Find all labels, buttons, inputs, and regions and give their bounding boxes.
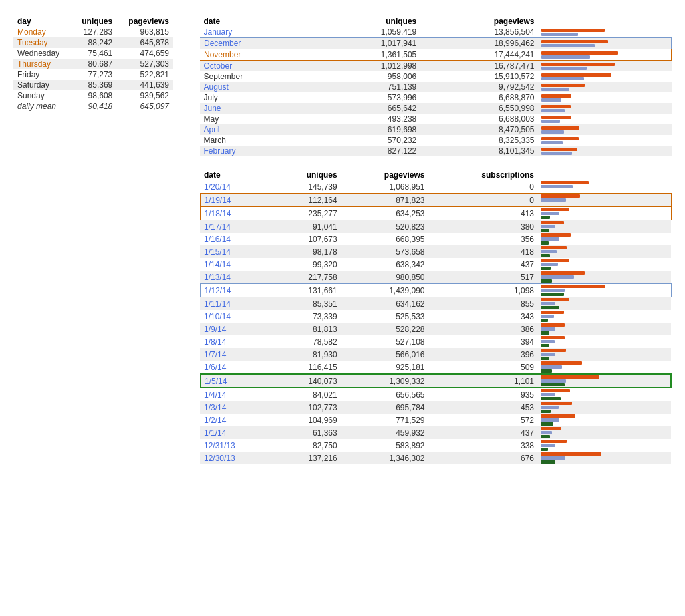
day-date[interactable]: 1/9/14	[200, 323, 271, 335]
day-subs: 338	[429, 439, 538, 452]
day-uniques: 99,320	[271, 258, 341, 271]
day-date[interactable]: 1/15/14	[200, 245, 271, 258]
month-bars	[539, 135, 672, 146]
day-row: 1/16/14 107,673 668,395 356	[200, 233, 671, 245]
day-date[interactable]: 1/1/14	[200, 426, 271, 439]
day-bars	[538, 245, 671, 258]
week-col-day: day	[13, 16, 72, 27]
day-bars	[538, 348, 671, 361]
month-row: December 1,017,941 18,996,462	[200, 38, 672, 49]
day-row: 1/11/14 85,351 634,162 855	[200, 297, 671, 311]
day-pageviews: 583,892	[341, 439, 429, 452]
day-row: 1/5/14 140,073 1,309,332 1,101	[200, 374, 671, 388]
month-name[interactable]: April	[200, 124, 315, 135]
month-name[interactable]: October	[200, 61, 315, 72]
week-day[interactable]: Tuesday	[13, 37, 72, 48]
month-pageviews: 8,470,505	[420, 124, 538, 135]
day-date[interactable]: 1/12/14	[200, 284, 271, 297]
day-bars	[538, 374, 671, 388]
week-day[interactable]: Friday	[13, 69, 72, 80]
day-date[interactable]: 12/30/13	[200, 452, 271, 464]
day-subs: 572	[429, 414, 538, 426]
day-uniques: 137,216	[271, 452, 341, 464]
day-date[interactable]: 1/13/14	[200, 271, 271, 284]
month-uniques: 958,006	[315, 71, 420, 82]
month-name[interactable]: September	[200, 71, 315, 82]
day-uniques: 235,277	[271, 207, 341, 220]
day-date[interactable]: 1/11/14	[200, 297, 271, 311]
week-day[interactable]: Thursday	[13, 59, 72, 69]
day-uniques: 98,178	[271, 245, 341, 258]
week-day[interactable]: Wednesday	[13, 48, 72, 59]
week-day[interactable]: Monday	[13, 27, 72, 37]
month-name[interactable]: February	[200, 146, 315, 156]
week-uniques: 85,369	[72, 80, 117, 90]
day-subs: 676	[429, 452, 538, 464]
day-bars	[538, 207, 671, 220]
month-col-uniques: uniques	[315, 16, 420, 27]
day-subs: 517	[429, 271, 538, 284]
week-day[interactable]: Sunday	[13, 90, 72, 101]
day-date[interactable]: 1/14/14	[200, 258, 271, 271]
month-name[interactable]: January	[200, 27, 315, 38]
day-row: 1/3/14 102,773 695,784 453	[200, 401, 671, 414]
month-name[interactable]: June	[200, 103, 315, 114]
month-uniques: 1,059,419	[315, 27, 420, 38]
month-row: May 493,238 6,688,003	[200, 114, 672, 124]
month-col-date: date	[200, 16, 315, 27]
month-row: June 665,642 6,550,998	[200, 103, 672, 114]
month-row: September 958,006 15,910,572	[200, 71, 672, 82]
day-date[interactable]: 1/16/14	[200, 233, 271, 245]
day-pageviews: 871,823	[341, 194, 429, 207]
day-subs: 356	[429, 233, 538, 245]
day-date[interactable]: 12/31/13	[200, 439, 271, 452]
day-date[interactable]: 1/10/14	[200, 310, 271, 323]
week-day[interactable]: Saturday	[13, 80, 72, 90]
day-date[interactable]: 1/19/14	[200, 194, 271, 207]
day-row: 1/4/14 84,021 656,565 935	[200, 388, 671, 401]
month-name[interactable]: August	[200, 82, 315, 92]
month-pageviews: 9,792,542	[420, 82, 538, 92]
day-date[interactable]: 1/5/14	[200, 374, 271, 388]
day-date[interactable]: 1/17/14	[200, 220, 271, 233]
week-row: Thursday 80,687 527,303	[13, 59, 173, 69]
day-table: date uniques pageviews subscriptions 1/2…	[200, 170, 672, 464]
day-uniques: 84,021	[271, 388, 341, 401]
month-name[interactable]: July	[200, 92, 315, 103]
month-uniques: 570,232	[315, 135, 420, 146]
week-uniques: 75,461	[72, 48, 117, 59]
day-subs: 413	[429, 207, 538, 220]
day-bars	[538, 284, 671, 297]
day-date[interactable]: 1/2/14	[200, 414, 271, 426]
day-uniques: 61,363	[271, 426, 341, 439]
week-pageviews: 963,815	[116, 27, 173, 37]
month-name[interactable]: December	[200, 38, 315, 49]
day-date[interactable]: 1/8/14	[200, 335, 271, 348]
day-bars	[538, 426, 671, 439]
month-name[interactable]: November	[200, 49, 315, 61]
day-uniques: 82,750	[271, 439, 341, 452]
day-subs: 396	[429, 348, 538, 361]
day-date[interactable]: 1/20/14	[200, 180, 271, 194]
day-bars	[538, 310, 671, 323]
day-bars	[538, 361, 671, 374]
month-bars	[539, 27, 672, 38]
month-name[interactable]: May	[200, 114, 315, 124]
day-col-pageviews: pageviews	[341, 170, 429, 180]
day-row: 1/10/14 73,339 525,533 343	[200, 310, 671, 323]
month-bars	[539, 61, 672, 72]
day-uniques: 102,773	[271, 401, 341, 414]
left-panel: day uniques pageviews Monday 127,283 963…	[13, 13, 173, 112]
month-name[interactable]: March	[200, 135, 315, 146]
day-date[interactable]: 1/7/14	[200, 348, 271, 361]
month-pageviews: 16,787,471	[420, 61, 538, 72]
day-date[interactable]: 1/6/14	[200, 361, 271, 374]
day-subs: 380	[429, 220, 538, 233]
day-bars	[538, 258, 671, 271]
day-date[interactable]: 1/18/14	[200, 207, 271, 220]
week-col-uniques: uniques	[72, 16, 117, 27]
day-pageviews: 668,395	[341, 233, 429, 245]
day-row: 12/30/13 137,216 1,346,302 676	[200, 452, 671, 464]
day-date[interactable]: 1/3/14	[200, 401, 271, 414]
day-date[interactable]: 1/4/14	[200, 388, 271, 401]
